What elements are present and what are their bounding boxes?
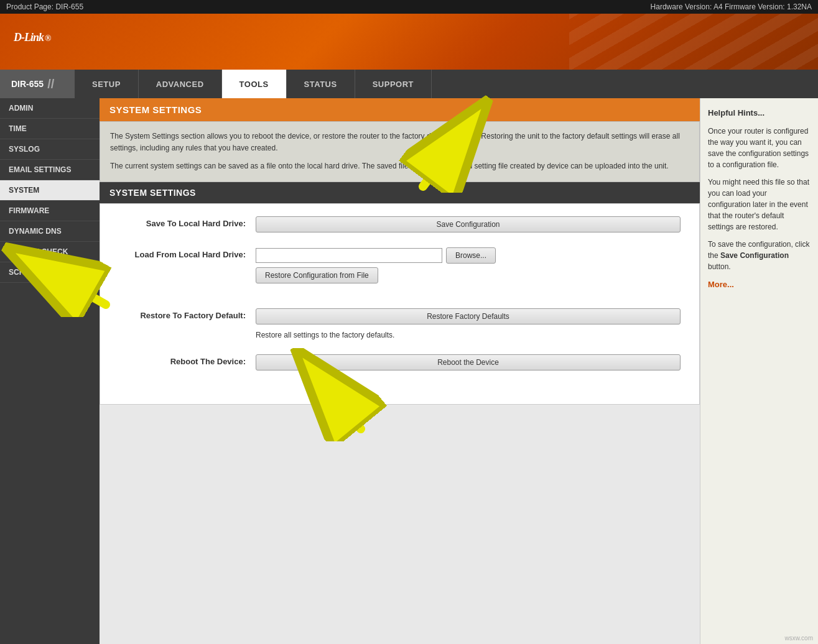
reboot-controls: Reboot the Device xyxy=(256,354,681,370)
sidebar-item-system-check[interactable]: SYSTEM CHECK xyxy=(0,242,100,262)
more-link[interactable]: More... xyxy=(708,278,811,291)
tab-support[interactable]: SUPPORT xyxy=(355,70,432,98)
tab-status[interactable]: STATUS xyxy=(287,70,355,98)
watermark: wsxw.com xyxy=(784,635,813,642)
nav-tabs: DIR-655 // SETUP ADVANCED TOOLS STATUS S… xyxy=(0,70,818,98)
save-row: Save To Local Hard Drive: Save Configura… xyxy=(113,216,687,232)
factory-label: Restore To Factory Default: xyxy=(119,308,256,320)
factory-sub-text: Restore all settings to the factory defa… xyxy=(256,331,681,339)
restore-configuration-button[interactable]: Restore Configuration from File xyxy=(256,267,378,283)
reboot-row: Reboot The Device: Reboot the Device xyxy=(113,354,687,370)
hints-para3-bold: Save Configuration xyxy=(720,251,789,260)
load-controls: Browse... Restore Configuration from Fil… xyxy=(256,247,681,283)
load-file-input[interactable] xyxy=(256,248,442,263)
save-configuration-button[interactable]: Save Configuration xyxy=(256,216,681,232)
save-controls: Save Configuration xyxy=(256,216,681,232)
reboot-device-button[interactable]: Reboot the Device xyxy=(256,354,681,370)
main-layout: ADMIN TIME SYSLOG EMAIL SETTINGS SYSTEM … xyxy=(0,98,818,644)
description-section-header: SYSTEM SETTINGS xyxy=(100,98,700,121)
save-label: Save To Local Hard Drive: xyxy=(119,216,256,228)
tab-tools[interactable]: TOOLS xyxy=(222,70,287,98)
description-box: The System Settings section allows you t… xyxy=(100,121,700,182)
page-wrapper: Product Page: DIR-655 Hardware Version: … xyxy=(0,0,818,644)
load-input-row: Browse... xyxy=(256,247,681,264)
product-page-label: Product Page: DIR-655 xyxy=(6,2,83,11)
sidebar-item-time[interactable]: TIME xyxy=(0,119,100,139)
sidebar: ADMIN TIME SYSLOG EMAIL SETTINGS SYSTEM … xyxy=(0,98,100,644)
description-para1: The System Settings section allows you t… xyxy=(110,131,689,154)
sidebar-item-firmware[interactable]: FIRMWARE xyxy=(0,201,100,221)
device-label: DIR-655 xyxy=(11,79,44,89)
tab-advanced[interactable]: ADVANCED xyxy=(139,70,222,98)
hints-title: Helpful Hints... xyxy=(708,107,811,119)
restore-config-row: Restore Configuration from File xyxy=(256,267,681,283)
load-label: Load From Local Hard Drive: xyxy=(119,247,256,259)
factory-default-row: Restore To Factory Default: Restore Fact… xyxy=(113,308,687,339)
description-para2: The current system settings can be saved… xyxy=(110,160,689,172)
restore-factory-defaults-button[interactable]: Restore Factory Defaults xyxy=(256,308,681,324)
reboot-label: Reboot The Device: xyxy=(119,354,256,366)
top-bar: Product Page: DIR-655 Hardware Version: … xyxy=(0,0,818,14)
load-row: Load From Local Hard Drive: Browse... Re… xyxy=(113,247,687,283)
header: D-Link® xyxy=(0,14,818,70)
hints-para2: You might need this file so that you can… xyxy=(708,177,811,232)
sidebar-item-dynamic-dns[interactable]: DYNAMIC DNS xyxy=(0,221,100,242)
version-info: Hardware Version: A4 Firmware Version: 1… xyxy=(651,2,812,11)
slash-icon: // xyxy=(47,77,54,91)
hints-para3: To save the configuration, click the Sav… xyxy=(708,239,811,272)
settings-section-header: SYSTEM SETTINGS xyxy=(100,182,700,203)
tab-setup[interactable]: SETUP xyxy=(75,70,139,98)
sidebar-item-email-settings[interactable]: EMAIL SETTINGS xyxy=(0,160,100,180)
browse-button[interactable]: Browse... xyxy=(446,247,496,264)
sidebar-item-system[interactable]: SYSTEM xyxy=(0,180,100,201)
sidebar-item-admin[interactable]: ADMIN xyxy=(0,98,100,119)
sidebar-item-syslog[interactable]: SYSLOG xyxy=(0,139,100,160)
nav-device: DIR-655 // xyxy=(0,70,75,98)
hints-para3-after: button. xyxy=(708,262,731,271)
dlink-logo: D-Link® xyxy=(12,29,50,55)
settings-body: Save To Local Hard Drive: Save Configura… xyxy=(100,203,700,405)
right-panel: Helpful Hints... Once your router is con… xyxy=(700,98,818,644)
factory-controls: Restore Factory Defaults Restore all set… xyxy=(256,308,681,339)
content-area: SYSTEM SETTINGS The System Settings sect… xyxy=(100,98,700,644)
hints-para1: Once your router is configured the way y… xyxy=(708,126,811,170)
sidebar-item-schedules[interactable]: SCHEDULES xyxy=(0,262,100,283)
